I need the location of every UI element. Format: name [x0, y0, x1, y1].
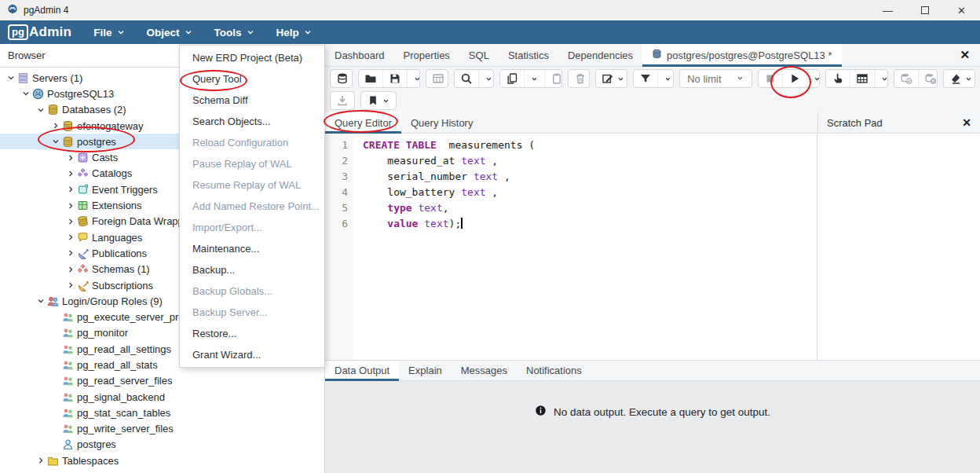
menu-item-reload-configuration[interactable]: Reload Configuration — [180, 132, 324, 153]
chevron-down-icon — [813, 75, 820, 83]
filter-options-chevron[interactable] — [657, 70, 674, 87]
role-icon — [61, 327, 75, 339]
commit-button[interactable] — [894, 70, 918, 87]
output-tab-bar: Data OutputExplainMessagesNotifications — [325, 360, 980, 381]
tab-query-editor[interactable]: Query Editor — [325, 112, 401, 133]
sql-code[interactable]: CREATE TABLE measurements ( measured_at … — [353, 134, 535, 360]
download-csv-button[interactable] — [331, 92, 354, 109]
explain-options-chevron[interactable] — [874, 70, 887, 87]
tree-collapse-chevron-icon[interactable] — [20, 89, 31, 98]
tab-properties[interactable]: Properties — [394, 44, 459, 66]
clear-button[interactable] — [944, 70, 975, 87]
tree-item-label: pg_read_all_stats — [77, 359, 158, 371]
menubar-tools[interactable]: Tools — [214, 27, 255, 38]
menu-item-backup-globals[interactable]: Backup Globals... — [180, 280, 324, 302]
tree-expand-chevron-icon[interactable] — [64, 265, 76, 274]
tree-item-pg-write-server-files[interactable]: pg_write_server_files — [0, 421, 324, 437]
languages-icon — [76, 232, 90, 244]
tab-statistics[interactable]: Statistics — [499, 44, 558, 66]
row-limit-select[interactable]: No limit — [679, 69, 752, 88]
tree-item-pg-signal-backend[interactable]: pg_signal_backend — [0, 389, 324, 405]
tree-item-label: Catalogs — [92, 167, 132, 179]
tree-expand-chevron-icon[interactable] — [49, 121, 61, 130]
logo-pg-badge: pg — [8, 24, 28, 40]
tree-expand-chevron-icon[interactable] — [64, 217, 76, 226]
menu-item-new-erd-project-beta[interactable]: New ERD Project (Beta) — [180, 47, 324, 68]
save-file-button[interactable] — [382, 70, 407, 87]
menu-item-maintenance[interactable]: Maintenance... — [180, 238, 324, 259]
explain-analyze-button[interactable] — [850, 70, 874, 87]
rollback-button[interactable] — [918, 70, 938, 87]
close-window-button[interactable]: ✕ — [943, 0, 980, 20]
tab-notifications[interactable]: Notifications — [517, 361, 591, 380]
tab-explain[interactable]: Explain — [399, 361, 452, 380]
menu-item-schema-diff[interactable]: Schema Diff — [180, 90, 324, 111]
tree-expand-chevron-icon[interactable] — [64, 248, 76, 258]
close-tab-button[interactable]: ✕ — [949, 44, 980, 66]
tree-expand-chevron-icon[interactable] — [64, 280, 76, 290]
scratch-pad-close-button[interactable]: ✕ — [962, 116, 971, 129]
copy-button[interactable] — [500, 70, 524, 87]
tree-expand-chevron-icon[interactable] — [64, 201, 76, 211]
filter-button[interactable] — [634, 70, 657, 87]
menu-item-backup[interactable]: Backup... — [180, 259, 324, 280]
stop-button[interactable] — [759, 70, 782, 87]
line-number-gutter: 123456 — [325, 134, 353, 360]
tab-postgres-postgres-postgresql13[interactable]: postgres/postgres@PostgreSQL13 * — [642, 44, 841, 66]
menu-item-search-objects[interactable]: Search Objects... — [180, 111, 324, 132]
maximize-button[interactable] — [906, 0, 943, 20]
menu-item-resume-replay-of-wal[interactable]: Resume Replay of WAL — [180, 174, 324, 196]
open-query-tool-tab-button[interactable] — [331, 70, 353, 87]
scratch-pad-content[interactable] — [817, 134, 980, 360]
tree-expand-chevron-icon[interactable] — [64, 153, 76, 163]
tree-item-pg-read-server-files[interactable]: pg_read_server_files — [0, 373, 324, 389]
edit-data-filter-button[interactable] — [426, 70, 448, 87]
tree-expand-chevron-icon[interactable] — [64, 185, 76, 194]
text-cursor — [461, 218, 463, 229]
tree-collapse-chevron-icon[interactable] — [5, 73, 16, 82]
tree-expand-chevron-icon[interactable] — [64, 233, 76, 242]
menu-item-import-export[interactable]: Import/Export... — [180, 217, 324, 238]
query-editor[interactable]: 123456 CREATE TABLE measurements ( measu… — [325, 134, 817, 360]
tab-messages[interactable]: Messages — [452, 361, 517, 380]
menu-item-grant-wizard[interactable]: Grant Wizard... — [180, 344, 324, 365]
menu-item-pause-replay-of-wal[interactable]: Pause Replay of WAL — [180, 153, 324, 174]
tab-dashboard[interactable]: Dashboard — [325, 44, 394, 66]
tree-item-tablespaces[interactable]: Tablespaces — [0, 453, 324, 468]
find-options-chevron[interactable] — [478, 70, 495, 87]
open-file-button[interactable] — [359, 70, 382, 87]
role-icon — [61, 343, 75, 355]
tree-item-label: Schemas (1) — [92, 263, 150, 275]
execute-button[interactable] — [782, 70, 806, 87]
tree-collapse-chevron-icon[interactable] — [35, 105, 46, 115]
tree-collapse-chevron-icon[interactable] — [49, 137, 61, 146]
edit-button[interactable] — [596, 70, 627, 87]
menu-item-restore[interactable]: Restore... — [180, 323, 324, 344]
macro-button[interactable] — [361, 92, 396, 109]
save-options-chevron[interactable] — [407, 70, 420, 87]
tree-expand-chevron-icon[interactable] — [35, 456, 46, 465]
explain-button[interactable] — [826, 70, 850, 87]
tree-collapse-chevron-icon[interactable] — [35, 296, 46, 306]
menu-item-backup-server[interactable]: Backup Server... — [180, 302, 324, 323]
menu-item-add-named-restore-point[interactable]: Add Named Restore Point... — [180, 196, 324, 217]
minimize-button[interactable]: — — [869, 0, 906, 20]
tab-dependencies[interactable]: Dependencies — [558, 44, 642, 66]
delete-button[interactable] — [569, 70, 591, 87]
execute-options-chevron[interactable] — [806, 70, 820, 87]
tab-sql[interactable]: SQL — [459, 44, 499, 66]
menubar-help[interactable]: Help — [276, 27, 313, 38]
tab-data-output[interactable]: Data Output — [325, 361, 399, 380]
paste-button[interactable] — [544, 70, 561, 87]
menu-item-query-tool[interactable]: Query Tool — [180, 68, 324, 90]
tree-item-pg-stat-scan-tables[interactable]: pg_stat_scan_tables — [0, 405, 324, 420]
tree-item-label: pg_signal_backend — [77, 391, 165, 403]
tree-item-postgres[interactable]: postgres — [0, 437, 324, 453]
tab-query-history[interactable]: Query History — [401, 112, 482, 133]
copy-options-chevron[interactable] — [524, 70, 544, 87]
menubar-object[interactable]: Object — [147, 27, 193, 38]
find-button[interactable] — [455, 70, 478, 87]
tree-item-label: PostgreSQL13 — [47, 88, 114, 100]
menubar-file[interactable]: File — [93, 27, 125, 38]
tree-expand-chevron-icon[interactable] — [64, 169, 76, 178]
